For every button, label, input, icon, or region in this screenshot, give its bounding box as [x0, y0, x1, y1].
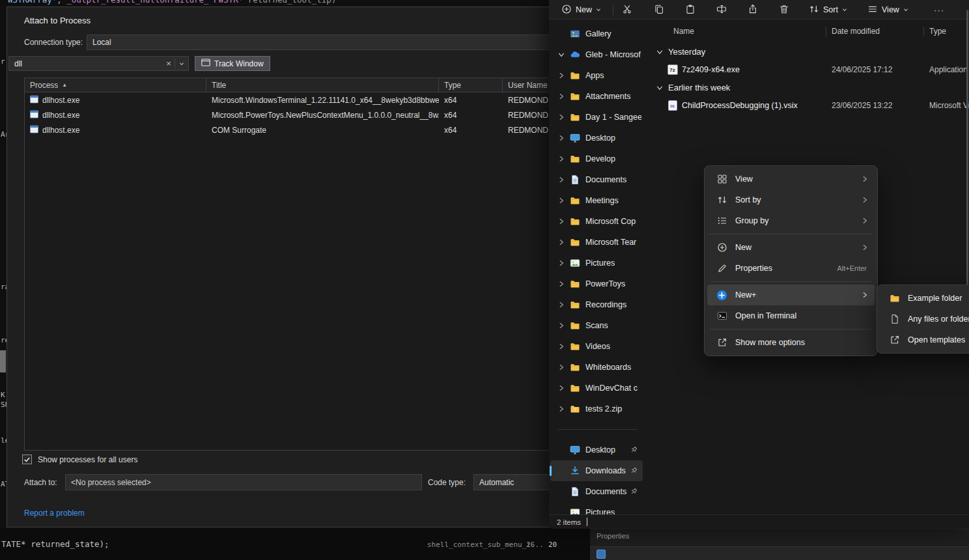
chevron-down-icon[interactable]	[558, 51, 565, 58]
chevron-right-icon[interactable]	[558, 176, 565, 183]
column-header-type[interactable]: Type	[439, 78, 503, 92]
nav-item-microsoft-copilot[interactable]: Microsoft Cop	[550, 211, 643, 232]
chevron-down-icon[interactable]	[175, 61, 188, 66]
group-header-earlier-this-week[interactable]: Earlier this week	[651, 79, 969, 96]
column-header-date-modified[interactable]: Date modified	[832, 27, 880, 36]
chevron-down-icon[interactable]	[656, 49, 663, 55]
nav-item-whiteboards[interactable]: Whiteboards	[550, 357, 643, 378]
nav-item-onedrive[interactable]: Gleb - Microsof	[550, 44, 643, 65]
menu-item-shortcut: Alt+Enter	[837, 264, 867, 272]
column-divider[interactable]	[923, 27, 924, 36]
menu-item-sort-by[interactable]: Sort by	[707, 189, 875, 210]
process-filter-input[interactable]	[9, 59, 163, 68]
process-table-header: Process ▲ Title Type User Name	[25, 78, 568, 92]
file-row[interactable]: 7z 7z2409-x64.exe 24/06/2025 17:12 Appli…	[651, 61, 969, 79]
menu-item-open-in-terminal[interactable]: Open in Terminal	[707, 305, 875, 326]
menu-item-view[interactable]: View	[707, 169, 875, 189]
chevron-right-icon[interactable]	[558, 385, 565, 391]
chevron-right-icon[interactable]	[558, 260, 565, 266]
chevron-right-icon[interactable]	[558, 343, 565, 350]
process-row[interactable]: dllhost.exe Microsoft.PowerToys.NewPlusC…	[25, 107, 568, 122]
nav-item-develop[interactable]: Develop	[550, 148, 643, 169]
menu-item-properties[interactable]: Properties Alt+Enter	[707, 258, 875, 279]
nav-item-microsoft-teams[interactable]: Microsoft Tear	[550, 232, 643, 253]
view-button[interactable]: View	[863, 1, 913, 18]
connection-type-select[interactable]: Local	[87, 35, 575, 50]
menu-item-show-more-options[interactable]: Show more options	[707, 332, 875, 353]
nav-item-windevchat[interactable]: WinDevChat c	[550, 378, 643, 399]
copy-button[interactable]	[648, 1, 670, 18]
new-button-label: New	[576, 5, 592, 14]
chevron-right-icon[interactable]	[558, 72, 565, 79]
nav-item-meetings[interactable]: Meetings	[550, 190, 643, 211]
menu-item-label: New	[735, 243, 862, 252]
nav-item-gallery[interactable]: Gallery	[550, 23, 643, 44]
chevron-right-icon[interactable]	[558, 197, 565, 204]
downloads-icon	[570, 466, 580, 476]
file-type: Microsoft Vi	[929, 101, 969, 110]
submenu-item-open-templates[interactable]: Open templates	[880, 329, 969, 350]
chevron-right-icon[interactable]	[558, 301, 565, 308]
menu-item-new[interactable]: New	[707, 237, 875, 258]
nav-item-pinned-pictures[interactable]: Pictures	[550, 502, 643, 514]
menu-item-new-plus[interactable]: New+	[707, 285, 875, 305]
nav-item-scans[interactable]: Scans	[550, 315, 643, 336]
chevron-right-icon[interactable]	[558, 406, 565, 412]
chevron-right-icon[interactable]	[558, 218, 565, 225]
chevron-right-icon[interactable]	[558, 114, 565, 120]
nav-item-pinned-documents[interactable]: Documents	[550, 481, 643, 502]
delete-button[interactable]	[773, 1, 795, 18]
code-token: _outptr_result_nullonfailure_	[66, 0, 214, 5]
cut-button[interactable]	[616, 1, 638, 18]
chevron-right-icon[interactable]	[558, 93, 565, 100]
clear-filter-icon[interactable]: ×	[163, 59, 175, 68]
show-all-users-option[interactable]: Show processes for all users	[22, 455, 137, 464]
column-header-name[interactable]: Name	[673, 27, 694, 36]
nav-item-videos[interactable]: Videos	[550, 336, 643, 357]
chevron-right-icon[interactable]	[558, 322, 565, 329]
checkbox-checked[interactable]	[22, 455, 32, 464]
nav-item-apps[interactable]: Apps	[550, 65, 643, 86]
paste-button[interactable]	[679, 1, 701, 18]
column-header-type[interactable]: Type	[929, 27, 946, 36]
nav-item-powertoys[interactable]: PowerToys	[550, 273, 643, 294]
process-row[interactable]: dllhost.exe Microsoft.WindowsTerminal_1.…	[25, 92, 568, 107]
editor-bottom-strip: TATE* returned_state); shell_context_sub…	[0, 529, 590, 560]
nav-item-documents[interactable]: Documents	[550, 169, 643, 190]
nav-item-pictures[interactable]: Pictures	[550, 253, 643, 273]
chevron-right-icon[interactable]	[558, 135, 565, 141]
submenu-item-example-folder[interactable]: Example folder	[880, 288, 969, 309]
chevron-right-icon[interactable]	[558, 364, 565, 371]
rename-button[interactable]	[710, 1, 733, 18]
process-filter-box[interactable]: ×	[8, 56, 189, 71]
chevron-right-icon[interactable]	[558, 156, 565, 162]
group-header-yesterday[interactable]: Yesterday	[651, 43, 969, 61]
column-header-process[interactable]: Process ▲	[25, 78, 206, 92]
nav-item-attachments[interactable]: Attachments	[550, 86, 643, 107]
nav-item-tests-zip[interactable]: tests 2.zip	[550, 399, 643, 419]
column-header-title[interactable]: Title	[206, 78, 439, 92]
chevron-down-icon[interactable]	[656, 85, 663, 91]
chevron-right-icon[interactable]	[558, 281, 565, 287]
nav-item-recordings[interactable]: Recordings	[550, 294, 643, 315]
nav-item-pinned-desktop[interactable]: Desktop	[550, 440, 643, 460]
chevron-down-icon	[842, 5, 847, 14]
nav-item-day1[interactable]: Day 1 - Sangee	[550, 107, 643, 128]
report-problem-link[interactable]: Report a problem	[24, 509, 85, 518]
share-button[interactable]	[742, 1, 764, 18]
nav-item-pinned-downloads[interactable]: Downloads	[550, 460, 643, 481]
ellipsis-icon: ···	[934, 5, 944, 15]
attach-to-field[interactable]	[65, 474, 422, 490]
menu-item-group-by[interactable]: Group by	[707, 210, 875, 231]
nav-item-desktop[interactable]: Desktop	[550, 128, 643, 148]
process-row[interactable]: dllhost.exe COM Surrogate x64 REDMOND	[25, 122, 568, 137]
column-divider[interactable]	[826, 27, 826, 36]
process-user: REDMOND	[508, 96, 548, 105]
file-row[interactable]: ∞ ChildProcessDebugging (1).vsix 23/06/2…	[651, 96, 969, 115]
chevron-right-icon[interactable]	[558, 239, 565, 245]
track-window-button[interactable]: Track Window	[195, 56, 270, 71]
new-button[interactable]: New	[557, 1, 606, 18]
more-options-button[interactable]: ···	[929, 1, 949, 18]
sort-button[interactable]: Sort	[804, 1, 852, 18]
submenu-item-any-files[interactable]: Any files or folder	[880, 309, 969, 329]
